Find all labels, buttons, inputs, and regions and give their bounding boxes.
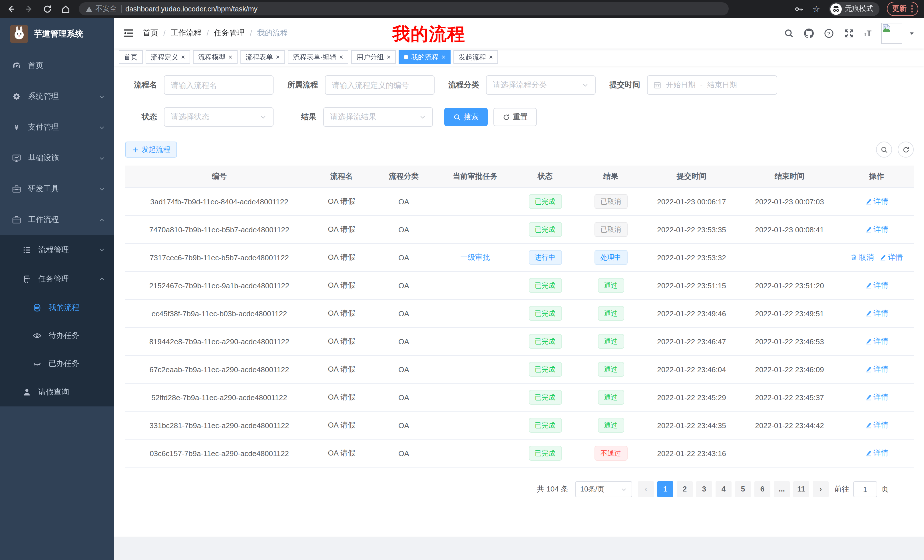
submit-time-range-picker[interactable]: 开始日期 - 结束日期 — [647, 75, 777, 95]
github-icon[interactable] — [804, 28, 814, 38]
refresh-table-button[interactable] — [898, 142, 914, 157]
tab-close-icon[interactable]: × — [339, 54, 343, 60]
page-button-4[interactable]: 4 — [716, 481, 732, 497]
not-secure-badge[interactable]: 不安全 — [86, 4, 117, 14]
font-size-icon[interactable]: тT — [864, 28, 872, 38]
page-button-2[interactable]: 2 — [677, 481, 693, 497]
breadcrumb-item[interactable]: 任务管理 — [214, 28, 245, 38]
action-详情[interactable]: 详情 — [865, 336, 888, 346]
pager-ellipsis[interactable]: ... — [774, 481, 790, 497]
tab-流程模型[interactable]: 流程模型× — [193, 50, 238, 64]
process-id: ec45f38f-7b9a-11ec-b03b-acde48001122 — [125, 309, 314, 318]
action-详情[interactable]: 详情 — [865, 225, 888, 235]
sidebar-item-支付管理[interactable]: ¥支付管理 — [0, 112, 114, 143]
edit-icon — [865, 450, 872, 457]
address-bar[interactable]: 不安全 dashboard.yudao.iocoder.cn/bpm/task/… — [79, 2, 729, 15]
action-详情[interactable]: 详情 — [865, 308, 888, 319]
result-select[interactable]: 请选择流结果 — [323, 107, 433, 127]
chevron-down-icon — [582, 82, 589, 88]
create-process-button[interactable]: 发起流程 — [125, 142, 177, 157]
password-key-icon[interactable] — [794, 4, 804, 14]
tab-close-icon[interactable]: × — [387, 54, 391, 60]
sidebar-item-请假查询[interactable]: 请假查询 — [0, 377, 114, 406]
page-button-5[interactable]: 5 — [735, 481, 751, 497]
search-button[interactable]: 搜索 — [444, 108, 488, 126]
column-header-流程分类: 流程分类 — [369, 171, 438, 181]
sidebar-item-流程管理[interactable]: 流程管理 — [0, 235, 114, 264]
action-取消[interactable]: 取消 — [850, 252, 874, 263]
sidebar: 芋道管理系统 首页系统管理¥支付管理基础设施研发工具工作流程流程管理任务管理我的… — [0, 18, 114, 560]
fullscreen-icon[interactable] — [844, 28, 854, 38]
page-button-6[interactable]: 6 — [754, 481, 770, 497]
sidebar-item-我的流程[interactable]: 我的流程 — [0, 293, 114, 321]
sidebar-item-已办任务[interactable]: 已办任务 — [0, 349, 114, 377]
app-logo-row[interactable]: 芋道管理系统 — [0, 18, 114, 50]
tab-close-icon[interactable]: × — [489, 54, 493, 60]
process-name-input[interactable] — [164, 75, 273, 95]
prev-page-button[interactable]: ‹ — [638, 481, 654, 497]
browser-menu-icon[interactable] — [911, 5, 913, 13]
process-category: OA — [369, 225, 438, 234]
breadcrumb-item[interactable]: 首页 — [143, 28, 158, 38]
tab-流程定义[interactable]: 流程定义× — [146, 50, 190, 64]
back-icon[interactable] — [6, 4, 16, 14]
edit-icon — [865, 366, 872, 373]
status-badge-cell: 已完成 — [512, 222, 578, 237]
action-详情[interactable]: 详情 — [879, 252, 903, 263]
search-icon[interactable] — [784, 28, 794, 38]
avatar-caret-icon[interactable] — [909, 30, 915, 36]
sidebar-item-基础设施[interactable]: 基础设施 — [0, 143, 114, 174]
process-category: OA — [369, 393, 438, 401]
category-select[interactable]: 请选择流程分类 — [486, 75, 596, 95]
sidebar-item-待办任务[interactable]: 待办任务 — [0, 321, 114, 349]
bookmark-star-icon[interactable]: ☆ — [811, 4, 822, 14]
sidebar-item-label: 请假查询 — [38, 387, 69, 397]
goto-page-input[interactable] — [853, 481, 877, 497]
submit-time: 2022-01-22 23:46:47 — [644, 337, 740, 346]
tab-发起流程[interactable]: 发起流程× — [453, 50, 498, 64]
process-definition-input[interactable] — [325, 75, 435, 95]
action-详情[interactable]: 详情 — [865, 448, 888, 458]
status-badge: 已完成 — [528, 306, 562, 321]
tab-close-icon[interactable]: × — [228, 54, 232, 60]
forward-icon[interactable] — [24, 4, 34, 14]
sidebar-item-系统管理[interactable]: 系统管理 — [0, 81, 114, 112]
page-button-1[interactable]: 1 — [657, 481, 673, 497]
toggle-search-button[interactable] — [876, 142, 892, 157]
reload-icon[interactable] — [42, 4, 52, 14]
tab-用户分组[interactable]: 用户分组× — [351, 50, 396, 64]
sidebar-item-首页[interactable]: 首页 — [0, 50, 114, 81]
page-button-11[interactable]: 11 — [793, 481, 809, 497]
breadcrumb-item[interactable]: 工作流程 — [171, 28, 202, 38]
next-page-button[interactable]: › — [813, 481, 829, 497]
avatar[interactable] — [881, 22, 902, 44]
update-label: 更新 — [892, 4, 907, 14]
result-badge: 已取消 — [594, 222, 627, 237]
action-详情[interactable]: 详情 — [865, 364, 888, 374]
tab-首页[interactable]: 首页 — [119, 50, 143, 64]
process-id: 03c6c157-7b9a-11ec-a290-acde48001122 — [125, 449, 314, 458]
tab-流程表单-编辑[interactable]: 流程表单-编辑× — [288, 50, 348, 64]
home-icon[interactable] — [60, 4, 71, 14]
tab-流程表单[interactable]: 流程表单× — [240, 50, 285, 64]
tab-我的流程[interactable]: 我的流程× — [399, 50, 451, 64]
action-详情[interactable]: 详情 — [865, 392, 888, 403]
process-name: OA 请假 — [314, 336, 369, 346]
sidebar-item-研发工具[interactable]: 研发工具 — [0, 174, 114, 204]
sidebar-collapse-icon[interactable] — [123, 27, 134, 39]
reset-button[interactable]: 重置 — [494, 108, 537, 126]
sidebar-item-任务管理[interactable]: 任务管理 — [0, 264, 114, 293]
sidebar-item-工作流程[interactable]: 工作流程 — [0, 204, 114, 235]
chrome-update-button[interactable]: 更新 — [886, 2, 918, 16]
tab-close-icon[interactable]: × — [441, 54, 446, 60]
action-详情[interactable]: 详情 — [865, 280, 888, 290]
help-icon[interactable]: ? — [824, 28, 834, 38]
action-详情[interactable]: 详情 — [865, 420, 888, 430]
page-button-3[interactable]: 3 — [696, 481, 712, 497]
tab-close-icon[interactable]: × — [181, 54, 185, 60]
status-select[interactable]: 请选择状态 — [164, 107, 273, 127]
page-size-select[interactable]: 10条/页 — [575, 481, 632, 497]
tab-close-icon[interactable]: × — [276, 54, 280, 60]
current-task-link[interactable]: 一级审批 — [460, 252, 490, 263]
action-详情[interactable]: 详情 — [865, 196, 888, 207]
